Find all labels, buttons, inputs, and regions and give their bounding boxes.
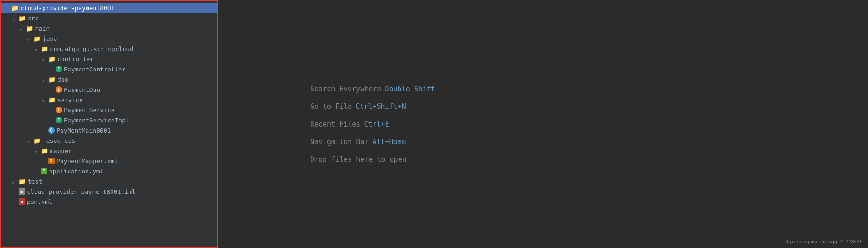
shortcut-label-recent: Recent Files xyxy=(310,120,360,128)
shortcut-key-nav: Alt+Home xyxy=(372,138,406,146)
tree-item-service[interactable]: 📁 service xyxy=(1,95,217,105)
item-label-application: application.yml xyxy=(49,168,103,175)
folder-icon: 📁 xyxy=(41,147,48,154)
tree-item-PaymentMapper[interactable]: X PaymentMapper.xml xyxy=(1,156,217,166)
item-label-PaymentMapper: PaymentMapper.xml xyxy=(56,158,118,165)
xml-icon: X xyxy=(48,158,55,164)
item-label-pom: pom.xml xyxy=(27,198,52,205)
shortcut-key-recent: Ctrl+E xyxy=(364,120,389,128)
folder-icon: 📁 xyxy=(33,137,41,144)
tree-item-java[interactable]: 📁 java xyxy=(1,33,217,44)
arrow-down-icon xyxy=(42,97,47,102)
item-label-controller: controller xyxy=(57,56,94,63)
tree-item-dao[interactable]: 📁 dao xyxy=(1,74,217,84)
tree-item-resources[interactable]: 📁 resources xyxy=(1,135,217,146)
item-label-main: main xyxy=(35,25,50,32)
class-icon: C xyxy=(56,66,62,72)
item-label-iml: cloud-provider-payment8001.iml xyxy=(27,188,136,195)
tree-item-mapper[interactable]: 📁 mapper xyxy=(1,146,217,156)
arrow-down-icon xyxy=(27,138,32,143)
tree-item-PayMentMain8001[interactable]: C PayMentMain8001 xyxy=(1,125,217,135)
tree-item-pom[interactable]: m pom.xml xyxy=(1,197,217,207)
shortcut-label-goto: Go to File xyxy=(310,102,352,111)
shortcut-goto-file: Go to File Ctrl+Shift+N xyxy=(310,102,868,111)
yaml-icon: Y xyxy=(41,168,47,174)
tree-item-PaymentController[interactable]: C PaymentController xyxy=(1,64,217,74)
main-icon: C xyxy=(48,127,55,134)
arrow-down-icon xyxy=(42,76,47,82)
tree-item-test[interactable]: 📁 test xyxy=(1,176,217,186)
item-label-mapper: mapper xyxy=(50,147,72,154)
tree-item-PaymentServiceImpl[interactable]: C PaymentServiceImpl xyxy=(1,115,217,125)
item-label-springcloud: com.atguigu.springcloud xyxy=(50,45,133,52)
item-label-PaymentController: PaymentController xyxy=(64,66,125,73)
item-label-resources: resources xyxy=(43,137,75,144)
class-icon: C xyxy=(56,117,62,123)
interface-icon: I xyxy=(56,86,62,93)
arrow-right-icon xyxy=(12,178,18,184)
folder-icon: 📁 xyxy=(48,55,56,63)
folder-icon: 📁 xyxy=(19,14,26,22)
arrow-down-icon xyxy=(34,148,40,153)
tree-item-root[interactable]: 📁 cloud-provider-payment8001 xyxy=(1,3,217,13)
shortcut-label-nav: Navigation Bar xyxy=(310,138,368,146)
item-label-dao: dao xyxy=(57,76,68,83)
shortcut-key-goto: Ctrl+Shift+N xyxy=(356,102,406,111)
folder-icon: 📁 xyxy=(48,96,56,103)
tree-item-PaymentService[interactable]: I PaymentService xyxy=(1,105,217,115)
tree-item-springcloud[interactable]: 📁 com.atguigu.springcloud xyxy=(1,44,217,54)
shortcut-label-drop: Drop files here to open xyxy=(310,155,406,164)
shortcut-label-search: Search Everywhere xyxy=(310,85,381,93)
item-label-root: cloud-provider-payment8001 xyxy=(20,5,115,12)
item-label-test: test xyxy=(28,178,42,185)
arrow-down-icon xyxy=(19,25,25,31)
shortcut-search-everywhere: Search Everywhere Double Shift xyxy=(310,85,868,93)
arrow-down-icon xyxy=(42,56,47,62)
tree-item-controller[interactable]: 📁 controller xyxy=(1,54,217,64)
arrow-down-icon xyxy=(34,46,40,51)
folder-icon: 📁 xyxy=(26,25,33,32)
arrow-down-icon xyxy=(27,36,32,41)
interface-icon: I xyxy=(56,107,62,113)
shortcut-recent-files: Recent Files Ctrl+E xyxy=(310,120,868,128)
arrow-down-icon xyxy=(12,15,18,21)
iml-icon: ≡ xyxy=(19,188,25,195)
shortcut-drop-files: Drop files here to open xyxy=(310,155,868,164)
item-label-PayMentMain8001: PayMentMain8001 xyxy=(56,127,111,134)
shortcut-nav-bar: Navigation Bar Alt+Home xyxy=(310,138,868,146)
item-label-PaymentDao: PaymentDao xyxy=(64,86,100,93)
item-label-java: java xyxy=(43,35,57,42)
watermark: https://blog.csdn.net/qq_41243646 xyxy=(784,239,862,244)
tree-item-src[interactable]: 📁 src xyxy=(1,13,217,23)
tree-item-PaymentDao[interactable]: I PaymentDao xyxy=(1,84,217,95)
folder-icon: 📁 xyxy=(41,45,48,52)
folder-icon: 📁 xyxy=(48,76,56,83)
file-tree-panel[interactable]: 📁 cloud-provider-payment8001 📁 src 📁 mai… xyxy=(0,0,218,248)
tree-item-main[interactable]: 📁 main xyxy=(1,23,217,33)
tree-item-application[interactable]: Y application.yml xyxy=(1,166,217,176)
tree-item-iml[interactable]: ≡ cloud-provider-payment8001.iml xyxy=(1,186,217,197)
right-panel: Search Everywhere Double Shift Go to Fil… xyxy=(218,0,868,248)
item-label-src: src xyxy=(28,15,38,22)
shortcut-key-search: Double Shift xyxy=(385,85,435,93)
item-label-service: service xyxy=(57,96,83,103)
folder-icon: 📁 xyxy=(33,35,41,42)
folder-icon: 📁 xyxy=(11,4,19,12)
pom-icon: m xyxy=(19,198,25,205)
arrow-down-icon xyxy=(5,5,10,11)
item-label-PaymentServiceImpl: PaymentServiceImpl xyxy=(64,117,129,124)
item-label-PaymentService: PaymentService xyxy=(64,107,115,114)
folder-icon: 📁 xyxy=(19,178,26,185)
